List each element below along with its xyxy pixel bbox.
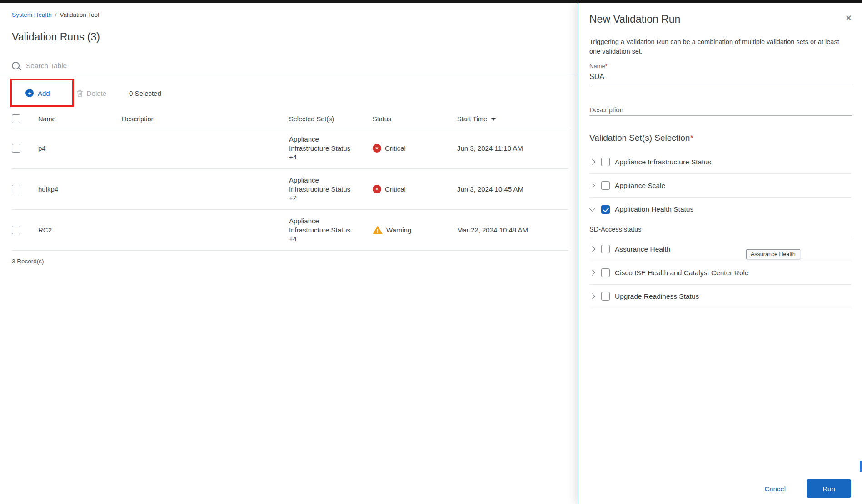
set-item-appliance-infrastructure-status[interactable]: Appliance Infrastructure Status — [589, 150, 851, 174]
validation-sets-heading: Validation Set(s) Selection* — [589, 133, 851, 143]
close-icon[interactable]: ✕ — [845, 14, 852, 22]
set-checkbox[interactable] — [601, 181, 610, 190]
table-row: RC2 Appliance Infrastructure Status +4 W… — [12, 210, 568, 251]
status-badge: ✕ Critical — [373, 185, 457, 193]
table-row: hulkp4 Appliance Infrastructure Status +… — [12, 169, 568, 210]
description-input[interactable] — [589, 99, 852, 116]
top-bar — [0, 0, 862, 3]
search-icon — [12, 62, 20, 69]
status-badge: Warning — [373, 226, 457, 235]
main-content: System Health / Validation Tool Validati… — [0, 3, 578, 504]
breadcrumb-separator: / — [55, 11, 57, 18]
assurance-health-tooltip: Assurance Health — [746, 249, 800, 259]
cell-name: p4 — [38, 144, 122, 152]
add-button[interactable]: + Add — [25, 89, 50, 97]
search-bar — [0, 55, 578, 76]
critical-status-icon: ✕ — [373, 144, 381, 153]
record-count: 3 Record(s) — [12, 258, 578, 265]
set-checkbox[interactable] — [601, 158, 610, 166]
set-checkbox[interactable] — [601, 292, 610, 301]
header-description: Description — [122, 115, 289, 123]
cell-selected-sets: Appliance Infrastructure Status +4 — [289, 135, 358, 162]
trash-icon — [76, 89, 83, 97]
panel-title: New Validation Run — [589, 13, 851, 25]
table-header-row: Name Description Selected Set(s) Status … — [12, 110, 568, 128]
cell-start-time: Mar 22, 2024 10:48 AM — [457, 226, 568, 234]
name-field-label: Name* — [589, 63, 851, 69]
header-name: Name — [38, 115, 122, 123]
row-checkbox[interactable] — [12, 226, 20, 234]
row-checkbox[interactable] — [12, 185, 20, 193]
sort-caret-down-icon — [491, 118, 496, 121]
set-checkbox[interactable] — [601, 245, 610, 253]
cancel-button[interactable]: Cancel — [764, 485, 786, 493]
cell-selected-sets: Appliance Infrastructure Status +4 — [289, 217, 358, 243]
row-checkbox[interactable] — [12, 144, 20, 153]
status-label: Critical — [385, 144, 406, 152]
set-item-cisco-ise-health[interactable]: Cisco ISE Health and Catalyst Center Rol… — [589, 261, 851, 285]
breadcrumb-current: Validation Tool — [60, 11, 100, 18]
scrollbar-thumb[interactable] — [860, 461, 862, 472]
validation-set-list: Appliance Infrastructure Status Applianc… — [589, 150, 851, 308]
add-button-label: Add — [38, 89, 50, 97]
panel-footer: Cancel Run — [764, 479, 851, 498]
new-validation-run-panel: New Validation Run ✕ Triggering a Valida… — [578, 3, 862, 504]
cell-selected-sets: Appliance Infrastructure Status +2 — [289, 176, 358, 203]
search-input[interactable] — [26, 62, 435, 70]
header-start-time[interactable]: Start Time — [457, 115, 568, 123]
selected-count: 0 Selected — [129, 89, 161, 97]
delete-button-label: Delete — [87, 89, 106, 97]
cell-start-time: Jun 3, 2024 10:45 AM — [457, 185, 568, 193]
cell-name: hulkp4 — [38, 185, 122, 193]
set-checkbox-checked[interactable] — [601, 205, 610, 214]
cell-name: RC2 — [38, 226, 122, 234]
chevron-right-icon[interactable] — [589, 159, 595, 165]
chevron-right-icon[interactable] — [589, 246, 595, 252]
run-button[interactable]: Run — [807, 479, 851, 498]
set-item-appliance-scale[interactable]: Appliance Scale — [589, 174, 851, 198]
set-child-sd-access-status[interactable]: SD-Access status — [589, 221, 851, 237]
chevron-right-icon[interactable] — [589, 183, 595, 188]
status-label: Critical — [385, 185, 406, 193]
required-asterisk: * — [605, 63, 608, 69]
required-asterisk: * — [690, 133, 693, 143]
critical-status-icon: ✕ — [373, 185, 381, 193]
warning-status-icon — [373, 226, 383, 235]
cell-start-time: Jun 3, 2024 11:10 AM — [457, 144, 568, 152]
set-item-application-health-status[interactable]: Application Health Status — [589, 198, 851, 221]
page-title: Validation Runs (3) — [12, 31, 578, 44]
set-checkbox[interactable] — [601, 268, 610, 277]
breadcrumb: System Health / Validation Tool — [12, 10, 578, 19]
table-toolbar: + Add Delete 0 Selected — [0, 79, 578, 107]
table-row: p4 Appliance Infrastructure Status +4 ✕ … — [12, 128, 568, 169]
chevron-right-icon[interactable] — [589, 293, 595, 299]
chevron-right-icon[interactable] — [589, 270, 595, 276]
select-all-checkbox[interactable] — [12, 114, 20, 123]
validation-runs-table: Name Description Selected Set(s) Status … — [12, 110, 568, 251]
header-status: Status — [373, 115, 457, 123]
header-selected-sets: Selected Set(s) — [289, 115, 373, 123]
breadcrumb-link-system-health[interactable]: System Health — [12, 11, 52, 18]
status-badge: ✕ Critical — [373, 144, 457, 153]
delete-button[interactable]: Delete — [76, 89, 106, 97]
set-item-assurance-health[interactable]: Assurance Health Assurance Health — [589, 237, 851, 261]
set-item-upgrade-readiness-status[interactable]: Upgrade Readiness Status — [589, 285, 851, 308]
chevron-down-icon[interactable] — [589, 206, 595, 212]
status-label: Warning — [386, 226, 411, 234]
panel-intro-text: Triggering a Validation Run can be a com… — [589, 37, 847, 56]
name-input[interactable] — [589, 69, 852, 84]
plus-circle-icon: + — [25, 89, 34, 97]
